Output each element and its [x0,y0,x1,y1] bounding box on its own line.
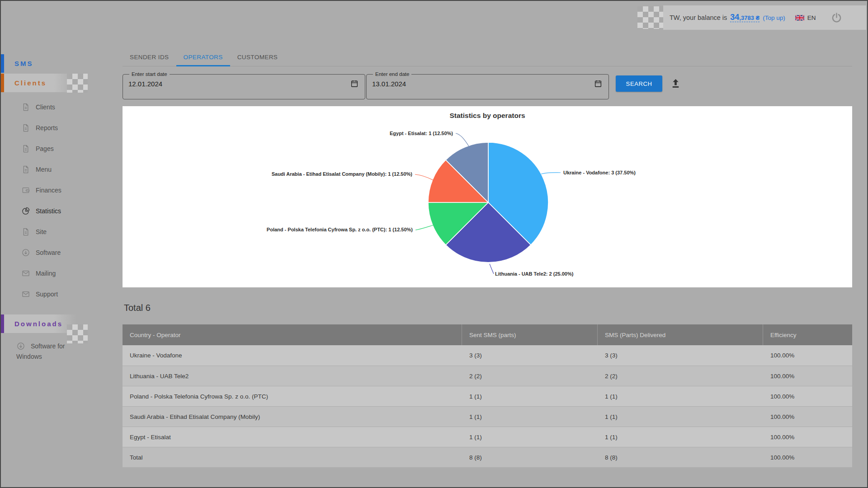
cell-delivered: 1 (1) [598,407,763,427]
sidebar-item-label: Software [36,249,61,256]
sidebar-item-label: Site [36,228,47,235]
sidebar-section-sms[interactable]: SMS [1,54,123,73]
cell-sent: 1 (1) [462,427,598,447]
start-date-value: 12.01.2024 [128,80,162,88]
cell-total-label: Total [123,447,462,467]
cell-efficiency: 100.00% [763,386,852,406]
leader-line-poland [415,225,434,230]
cell-operator: Poland - Polska Telefonia Cyfrowa Sp. z … [123,386,462,406]
cell-delivered: 2 (2) [598,366,763,386]
chart-panel: Statistics by operators Ukraine - Vodafo… [123,106,852,287]
download-circle-icon [21,248,30,257]
sidebar-item-label: Mailing [36,270,56,277]
cell-operator: Lithuania - UAB Tele2 [123,366,462,386]
tab-customers[interactable]: CUSTOMERS [230,50,285,66]
column-header: Efficiency [763,324,852,345]
wallet-icon [21,186,30,195]
pixelation-artifact [67,74,88,93]
cell-sent: 2 (2) [462,366,598,386]
calendar-icon[interactable] [594,80,602,88]
sidebar-item-label: Finances [36,187,61,194]
language-switcher[interactable]: EN [795,14,816,21]
section-label: Downloads [14,320,63,328]
section-label: Clients [14,79,47,87]
column-header: SMS (Parts) Delivered [598,324,763,345]
section-indicator-bar [1,54,4,73]
section-indicator-bar [1,74,4,92]
envelope-icon [21,269,30,278]
start-date-field[interactable]: Enter start date 12.01.2024 [123,71,365,99]
leader-line-lithuania [490,264,494,274]
sidebar-item-label: Pages [36,145,54,152]
cell-delivered: 1 (1) [598,386,763,406]
table-row: Ukraine - Vodafone 3 (3) 3 (3) 100.00% [123,345,852,366]
table-footer-row: Total 8 (8) 8 (8) 100.00% [123,447,852,467]
sidebar-item-support[interactable]: Support [1,284,123,305]
sidebar: SMS Clients Clients Reports Pages [1,54,123,362]
start-date-label: Enter start date [129,71,170,77]
top-up-link[interactable]: (Top up) [763,14,785,21]
sidebar-item-pages[interactable]: Pages [1,138,123,159]
tab-operators[interactable]: OPERATORS [176,50,230,66]
cell-efficiency: 100.00% [763,366,852,386]
document-icon [21,144,30,153]
sidebar-section-clients[interactable]: Clients [1,74,123,92]
sidebar-item-label: Clients [36,103,55,111]
tab-bar: SENDER IDS OPERATORS CUSTOMERS [123,50,852,66]
sidebar-item-clients[interactable]: Clients [1,97,123,117]
document-icon [21,123,30,132]
cell-total-delivered: 8 (8) [598,447,763,467]
pie-label-saudi: Saudi Arabia - Etihad Etisalat Company (… [123,171,412,177]
upload-icon[interactable] [670,77,682,89]
cell-operator: Saudi Arabia - Etihad Etisalat Company (… [123,407,462,427]
cell-total-sent: 8 (8) [462,447,598,467]
envelope-icon [21,290,30,299]
pie-chart-icon [21,206,30,216]
cell-sent: 3 (3) [462,345,598,366]
cell-sent: 1 (1) [462,407,598,427]
sidebar-item-menu[interactable]: Menu [1,159,123,180]
table-row: Poland - Polska Telefonia Cyfrowa Sp. z … [123,386,852,406]
operators-table: Country - Operator Sent SMS (parts) SMS … [123,324,852,467]
cell-efficiency: 100.00% [763,427,852,447]
sidebar-item-software-for-windows[interactable]: Software for Windows [1,341,87,362]
cell-efficiency: 100.00% [763,407,852,427]
cell-total-efficiency: 100.00% [763,447,852,467]
table-row: Egypt - Etisalat 1 (1) 1 (1) 100.00% [123,427,852,447]
pixelation-artifact [637,6,664,29]
balance-amount-link[interactable]: 34,3783 ₴ [730,13,760,22]
sidebar-item-label: Reports [36,124,58,131]
sidebar-item-statistics[interactable]: Statistics [1,201,123,221]
tab-sender-ids[interactable]: SENDER IDS [123,50,176,66]
sidebar-items: Clients Reports Pages Menu Finan [1,97,123,305]
balance-prefix: TW, your balance is [670,14,727,21]
uk-flag-icon [795,15,804,21]
sidebar-item-label: Support [36,291,58,298]
end-date-field[interactable]: Enter end date 13.01.2024 [366,71,609,99]
sidebar-item-site[interactable]: Site [1,221,123,242]
end-date-value: 13.01.2024 [372,80,406,88]
leader-line-saudi [415,174,434,180]
sidebar-item-reports[interactable]: Reports [1,117,123,138]
download-circle-icon [16,342,25,351]
sidebar-item-finances[interactable]: Finances [1,180,123,201]
power-icon[interactable] [830,12,843,24]
total-count-heading: Total 6 [124,303,151,313]
sidebar-section-downloads[interactable]: Downloads [1,314,123,333]
section-indicator-bar [1,314,4,333]
cell-sent: 1 (1) [462,386,598,406]
cell-delivered: 1 (1) [598,427,763,447]
calendar-icon[interactable] [350,80,359,88]
topbar: TW, your balance is 34,3783 ₴ (Top up) E… [663,5,866,30]
sidebar-item-label: Menu [36,166,52,173]
pie-label-ukraine: Ukraine - Vodafone: 3 (37.50%) [563,170,636,175]
search-button[interactable]: SEARCH [616,75,662,92]
sidebar-item-software[interactable]: Software [1,242,123,263]
column-header: Sent SMS (parts) [462,324,598,345]
table-header-row: Country - Operator Sent SMS (parts) SMS … [123,324,852,345]
sidebar-item-mailing[interactable]: Mailing [1,263,123,284]
filter-bar: Enter start date 12.01.2024 Enter end da… [123,71,852,99]
table-row: Saudi Arabia - Etihad Etisalat Company (… [123,406,852,427]
document-icon [21,227,30,236]
end-date-label: Enter end date [373,71,411,77]
